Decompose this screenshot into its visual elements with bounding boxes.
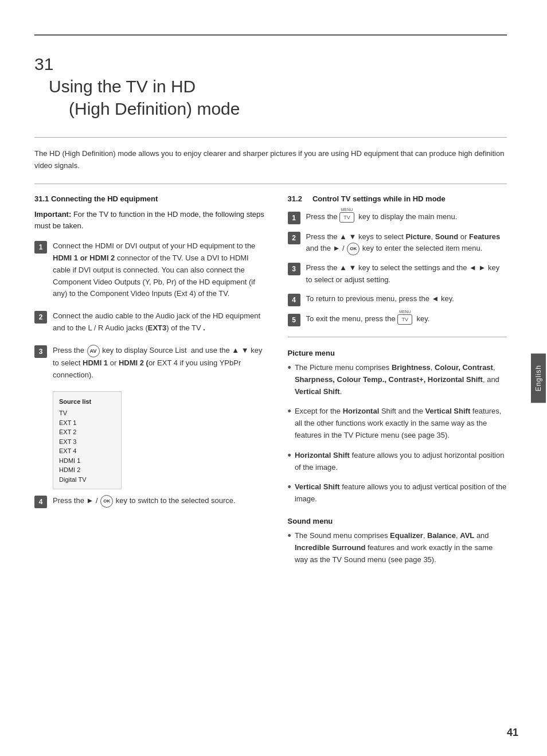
source-list-ext4: EXT 4 xyxy=(59,446,115,456)
page: 31 Using the TV in HD (High Definition) … xyxy=(0,0,547,756)
section-31-2-header: 31.2 Control TV settings while in HD mod… xyxy=(288,194,507,203)
section-rule-picture xyxy=(288,337,507,337)
step-num-3: 3 xyxy=(34,345,47,358)
picture-bullet-4: • Vertical Shift feature allows you to a… xyxy=(288,481,507,505)
step-text-1: Connect the HDMI or DVI output of your H… xyxy=(53,240,265,300)
two-col-layout: 31.1 Connecting the HD equipment Importa… xyxy=(34,194,507,574)
sound-bullet-dot-1: • xyxy=(288,530,291,543)
chapter-title-line1: Using the TV in HD xyxy=(49,77,196,96)
right-step-num-4: 4 xyxy=(288,294,300,306)
chapter-title: 31 Using the TV in HD (High Definition) … xyxy=(34,53,507,120)
section-31-2-num: 31.2 xyxy=(288,194,302,203)
picture-bullet-text-1: The Picture menu comprises Brightness, C… xyxy=(295,362,507,398)
chapter-number-title: 31 xyxy=(34,53,507,75)
section-rule-intro xyxy=(34,137,507,138)
step-num-1: 1 xyxy=(34,241,47,254)
sound-bullet-text-1: The Sound menu comprises Equalizer, Bala… xyxy=(295,530,507,566)
intro-text: The HD (High Definition) mode allows you… xyxy=(34,148,507,172)
right-step-text-4: To return to previous menu, press the ◄ … xyxy=(306,293,454,305)
right-step-4: 4 To return to previous menu, press the … xyxy=(288,293,507,306)
right-step-text-1: Press the MENU TV key to display the mai… xyxy=(306,211,458,223)
source-list-ext3: EXT 3 xyxy=(59,437,115,447)
bullet-dot-2: • xyxy=(288,406,291,418)
picture-menu-heading: Picture menu xyxy=(288,349,507,357)
right-column: 31.2 Control TV settings while in HD mod… xyxy=(288,194,507,574)
source-list-digitaltv: Digital TV xyxy=(59,475,115,485)
sound-menu-heading: Sound menu xyxy=(288,517,507,525)
step-text-2: Connect the audio cable to the Audio jac… xyxy=(53,310,265,334)
right-step-3: 3 Press the ▲ ▼ key to select the settin… xyxy=(288,262,507,286)
picture-bullet-1: • The Picture menu comprises Brightness,… xyxy=(288,362,507,398)
step-num-2: 2 xyxy=(34,311,47,324)
step-4: 4 Press the ► / OK key to switch to the … xyxy=(34,495,265,508)
step-text-4: Press the ► / OK key to switch to the se… xyxy=(53,495,236,508)
right-step-text-2: Press the ▲ ▼ keys to select Picture, So… xyxy=(306,231,507,256)
bullet-dot-3: • xyxy=(288,450,291,462)
source-list-ext1: EXT 1 xyxy=(59,418,115,428)
source-list-box: Source list TV EXT 1 EXT 2 EXT 3 EXT 4 H… xyxy=(53,391,122,489)
right-sidebar: English xyxy=(530,0,547,756)
source-list-tv: TV xyxy=(59,408,115,418)
page-number: 41 xyxy=(507,727,518,739)
left-column: 31.1 Connecting the HD equipment Importa… xyxy=(34,194,265,574)
ok-icon-2: OK xyxy=(347,243,360,255)
step-1: 1 Connect the HDMI or DVI output of your… xyxy=(34,240,265,300)
right-step-num-5: 5 xyxy=(288,314,300,326)
ok-icon: OK xyxy=(100,495,113,508)
right-step-num-1: 1 xyxy=(288,212,300,224)
section-31-2-title: Control TV settings while in HD mode xyxy=(312,194,446,203)
right-steps: 1 Press the MENU TV key to display the m… xyxy=(288,211,507,326)
picture-bullet-2: • Except for the Horizontal Shift and th… xyxy=(288,406,507,441)
main-content: 31 Using the TV in HD (High Definition) … xyxy=(0,0,530,756)
menu-tv-icon-2: MENU TV xyxy=(397,313,412,325)
source-list-hdmi1: HDMI 1 xyxy=(59,456,115,466)
picture-bullet-text-2: Except for the Horizontal Shift and the … xyxy=(295,406,507,441)
step-3: 3 Press the AV key to display Source Lis… xyxy=(34,345,265,381)
right-step-text-3: Press the ▲ ▼ key to select the settings… xyxy=(306,262,507,286)
right-step-2: 2 Press the ▲ ▼ keys to select Picture, … xyxy=(288,231,507,256)
right-step-text-5: To exit the menu, press the MENU TV key. xyxy=(306,313,430,325)
right-step-5: 5 To exit the menu, press the MENU TV ke… xyxy=(288,313,507,326)
chapter-title-line2: (High Definition) mode xyxy=(69,98,507,120)
source-list-hdmi2: HDMI 2 xyxy=(59,465,115,475)
right-step-1: 1 Press the MENU TV key to display the m… xyxy=(288,211,507,224)
source-list-title: Source list xyxy=(59,396,115,407)
right-step-num-3: 3 xyxy=(288,263,300,275)
source-list-ext2: EXT 2 xyxy=(59,427,115,437)
sidebar-english-label: English xyxy=(531,353,546,403)
av-icon: AV xyxy=(87,345,100,357)
step-2: 2 Connect the audio cable to the Audio j… xyxy=(34,310,265,334)
picture-bullet-text-3: Horizontal Shift feature allows you to a… xyxy=(295,450,507,474)
menu-tv-icon-1: MENU TV xyxy=(339,211,354,223)
step-num-4: 4 xyxy=(34,496,47,508)
picture-bullet-3: • Horizontal Shift feature allows you to… xyxy=(288,450,507,474)
important-text: Important: For the TV to function in the… xyxy=(34,209,265,233)
picture-bullet-text-4: Vertical Shift feature allows you to adj… xyxy=(295,481,507,505)
section-rule-1 xyxy=(34,184,507,184)
section-31-1-heading: 31.1 Connecting the HD equipment xyxy=(34,194,265,203)
right-step-num-2: 2 xyxy=(288,232,300,244)
bullet-dot-1: • xyxy=(288,362,291,375)
bullet-dot-4: • xyxy=(288,481,291,494)
top-rule xyxy=(34,34,507,36)
sound-bullet-1: • The Sound menu comprises Equalizer, Ba… xyxy=(288,530,507,566)
step-text-3: Press the AV key to display Source List … xyxy=(53,345,265,381)
